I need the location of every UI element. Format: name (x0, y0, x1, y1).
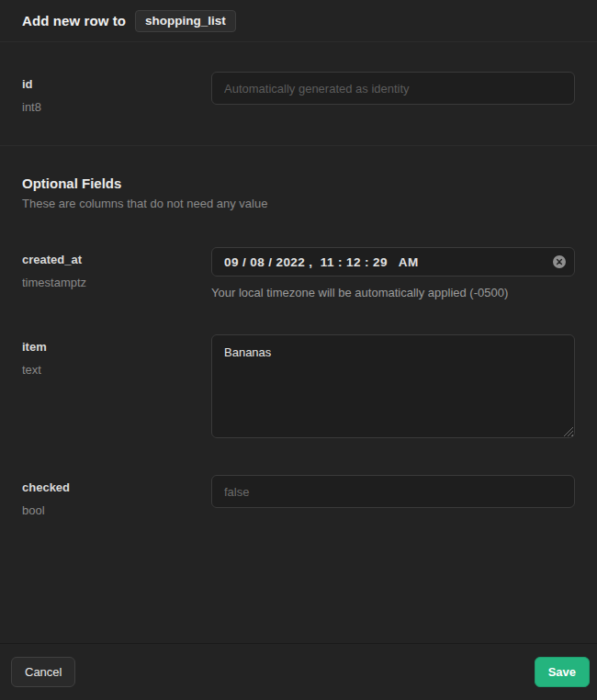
checked-field-label: checked (22, 480, 211, 494)
field-row-item: item text Bananas (0, 334, 597, 438)
save-button[interactable]: Save (535, 657, 590, 687)
page-title: Add new row to (22, 13, 126, 28)
optional-fields-header: Optional Fields These are columns that d… (0, 146, 597, 210)
created-at-control: Your local timezone will be automaticall… (211, 247, 575, 299)
created-at-field-type: timestamptz (22, 276, 211, 289)
clear-datetime-button[interactable] (552, 254, 567, 269)
checked-label-stack: checked bool (22, 475, 211, 517)
field-row-checked: checked bool (0, 475, 597, 517)
add-row-panel: Add new row to shopping_list id int8 Opt… (0, 0, 597, 700)
optional-fields-subtitle: These are columns that do not need any v… (22, 197, 575, 210)
item-control: Bananas (211, 334, 575, 438)
cancel-button[interactable]: Cancel (11, 657, 75, 687)
checked-field-type: bool (22, 503, 211, 517)
item-textarea[interactable]: Bananas (211, 334, 575, 438)
id-control (211, 72, 575, 114)
panel-body: id int8 Optional Fields These are column… (0, 42, 597, 643)
checked-control (211, 475, 575, 517)
id-field-type: int8 (22, 100, 211, 114)
field-row-created-at: created_at timestamptz Your l (0, 247, 597, 299)
item-field-type: text (22, 363, 211, 377)
created-at-label-stack: created_at timestamptz (22, 247, 211, 299)
table-name-badge: shopping_list (135, 10, 236, 32)
required-fields-section: id int8 (0, 42, 597, 146)
created-at-datetime-input[interactable] (211, 247, 575, 277)
id-label-stack: id int8 (22, 72, 211, 114)
datetime-input-wrap (211, 247, 575, 277)
checked-input[interactable] (211, 475, 575, 508)
id-input (211, 72, 575, 105)
id-field-label: id (22, 77, 211, 91)
field-row-id: id int8 (0, 72, 597, 114)
optional-fields-title: Optional Fields (22, 175, 575, 191)
item-label-stack: item text (22, 334, 211, 438)
panel-header: Add new row to shopping_list (0, 0, 597, 42)
timezone-helper-text: Your local timezone will be automaticall… (211, 286, 575, 299)
panel-footer: Cancel Save (0, 643, 597, 700)
created-at-field-label: created_at (22, 253, 211, 266)
circle-x-icon (552, 258, 567, 272)
item-field-label: item (22, 340, 211, 354)
